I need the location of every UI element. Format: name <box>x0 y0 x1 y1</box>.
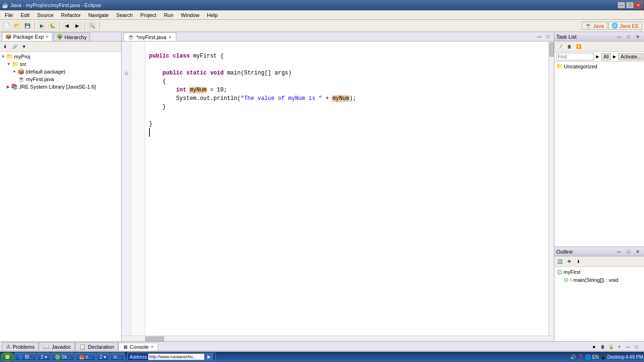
tray-speakers-icon[interactable]: 🔊 <box>570 354 576 360</box>
outline-maximize[interactable]: □ <box>624 247 633 256</box>
console-terminate-button[interactable]: ■ <box>590 343 598 351</box>
taskbar-item-2[interactable]: 2 ▾ <box>37 353 50 361</box>
task-new-button[interactable]: 📝 <box>555 42 564 51</box>
java-perspective-badge[interactable]: ☕ Java <box>582 22 607 30</box>
linenum-7 <box>131 94 143 103</box>
task-list-close[interactable]: ✕ <box>634 33 642 41</box>
menu-navigate[interactable]: Navigate <box>85 12 111 18</box>
task-list-maximize[interactable]: □ <box>624 33 633 41</box>
editor-area[interactable]: ⊟ <box>122 41 554 336</box>
editor-maximize-button[interactable]: □ <box>544 33 552 41</box>
scrollbar-h-thumb[interactable] <box>145 337 164 341</box>
editor-scrollbar-h[interactable] <box>122 336 554 341</box>
console-scroll-lock-button[interactable]: 🔒 <box>607 343 615 351</box>
console-icon: 🖥 <box>123 344 128 350</box>
editor-tab-myfirst[interactable]: ☕ *myFirst.java ✕ <box>124 33 176 41</box>
view-menu-button[interactable]: ▼ <box>20 42 28 51</box>
console-maximize-button[interactable]: □ <box>633 343 640 351</box>
gutter-collapse-main[interactable]: ⊟ <box>122 69 131 77</box>
tray-help-icon[interactable]: ❓ <box>577 354 584 360</box>
close-button[interactable]: ✕ <box>635 2 642 8</box>
editor-scrollbar-v[interactable] <box>548 41 554 336</box>
declaration-icon: 📋 <box>79 344 86 350</box>
tree-item-default-package[interactable]: ▼ 📦 (default package) <box>1 68 120 75</box>
search-button[interactable]: 🔍 <box>87 21 97 31</box>
tray-network-icon[interactable]: 🌐 <box>585 354 591 360</box>
open-button[interactable]: 📂 <box>12 21 22 31</box>
prev-edit-button[interactable]: ◀ <box>62 21 72 31</box>
outline-item-main[interactable]: ⊙ S main(String[]) : void <box>556 276 642 284</box>
task-delete-button[interactable]: 🗑 <box>565 42 573 51</box>
task-tree-uncategorized[interactable]: 📁 Uncategorized <box>556 63 642 70</box>
outline-minimize[interactable]: — <box>615 247 623 256</box>
tab-problems[interactable]: ⚠ Problems <box>2 342 39 351</box>
taskbar-item-in[interactable]: in... <box>110 353 124 361</box>
taskbar-item-sk[interactable]: 🟢 Sk... <box>51 353 74 361</box>
menu-window[interactable]: Window <box>178 12 202 18</box>
collapse-marker-main[interactable]: ⊟ <box>124 71 128 76</box>
gutter-line-1 <box>122 43 131 52</box>
tree-item-src[interactable]: ▼ 📁 src <box>1 60 120 68</box>
new-button[interactable]: 📄 <box>2 21 11 31</box>
scrollbar-thumb[interactable] <box>549 42 554 57</box>
code-line-10: } <box>149 120 545 128</box>
code-editor[interactable]: public class myFirst { public static voi… <box>145 41 548 336</box>
start-button[interactable]: ⊞ <box>1 353 14 361</box>
task-list-title: Task List <box>556 34 577 40</box>
project-tree[interactable]: ▼ 📁 myProj ▼ 📁 src ▼ 📦 (default package)… <box>0 52 121 341</box>
tree-item-myfirst-java[interactable]: ☕ myFirst.java <box>1 75 120 83</box>
menu-help[interactable]: Help <box>204 12 221 18</box>
taskbar-item-2b[interactable]: 2 ▾ <box>97 353 109 361</box>
run-button[interactable]: ▶ <box>37 21 47 31</box>
outline-item-myfirst[interactable]: ⊙ myFirst <box>556 268 642 276</box>
menu-refactor[interactable]: Refactor <box>58 12 84 18</box>
taskbar-item-e[interactable]: 🦊 e... <box>75 353 96 361</box>
collapse-all-button[interactable]: ⬇ <box>1 42 9 51</box>
outline-hide-fields-button[interactable]: 👁 <box>565 257 573 266</box>
tab-console[interactable]: 🖥 Console ✕ <box>118 343 158 351</box>
java-ee-perspective-badge[interactable]: 🌐 Java EE <box>608 22 642 30</box>
outline-close[interactable]: ✕ <box>634 247 642 256</box>
next-edit-button[interactable]: ▶ <box>73 21 82 31</box>
menu-source[interactable]: Source <box>34 12 57 18</box>
find-activate-button[interactable]: Activate... <box>618 53 644 60</box>
minimize-button[interactable]: — <box>618 2 625 8</box>
console-close[interactable]: ✕ <box>150 345 154 349</box>
gutter-line-2 <box>122 52 131 60</box>
menu-run[interactable]: Run <box>161 12 176 18</box>
console-new-button[interactable]: + <box>616 343 623 351</box>
tree-item-jre[interactable]: ▶ 📚 JRE System Library [JavaSE-1.6] <box>1 83 120 90</box>
task-filter-button[interactable]: 🔽 <box>574 42 583 51</box>
tab-declaration[interactable]: 📋 Declaration <box>75 342 118 351</box>
package-explorer-close[interactable]: ✕ <box>45 34 49 39</box>
menu-search[interactable]: Search <box>114 12 136 18</box>
console-clear-button[interactable]: 🗑 <box>599 343 606 351</box>
toolbar: 📄 📂 💾 ▶ 🐛 ◀ ▶ 🔍 ☕ Java 🌐 Java EE <box>0 20 644 32</box>
linenum-4 <box>131 69 143 77</box>
debug-button[interactable]: 🐛 <box>48 21 57 31</box>
tab-hierarchy[interactable]: 🌳 Hierarchy <box>53 33 90 41</box>
editor-tab-close[interactable]: ✕ <box>168 35 172 40</box>
maximize-button[interactable]: □ <box>626 2 634 8</box>
task-list-minimize[interactable]: — <box>615 33 623 41</box>
menu-project[interactable]: Project <box>137 12 159 18</box>
outline-collapse-button[interactable]: ⬇ <box>574 257 583 266</box>
menu-file[interactable]: File <box>2 12 16 18</box>
address-go-button[interactable]: ▶ <box>206 354 213 360</box>
tab-javadoc[interactable]: 📖 Javadoc <box>39 342 75 351</box>
console-minimize-button[interactable]: — <box>624 343 632 351</box>
taskbar-item-bl[interactable]: 🔵 Bl... <box>15 353 36 361</box>
find-all-button[interactable]: All <box>601 53 611 60</box>
link-editor-button[interactable]: 🔗 <box>10 42 19 51</box>
gutter-line-3 <box>122 60 131 69</box>
outline-sort-button[interactable]: 🔤 <box>555 257 564 266</box>
tray-apps-icon[interactable]: 📱 <box>600 354 606 360</box>
address-input[interactable] <box>148 354 205 360</box>
save-button[interactable]: 💾 <box>23 21 32 31</box>
menu-edit[interactable]: Edit <box>18 12 33 18</box>
tab-package-explorer[interactable]: 📦 Package Exp ✕ <box>2 32 52 41</box>
editor-minimize-button[interactable]: — <box>535 33 544 41</box>
tree-label-myfirst-java: myFirst.java <box>26 76 54 82</box>
tree-item-myproj[interactable]: ▼ 📁 myProj <box>1 53 120 60</box>
task-find-input[interactable] <box>556 53 594 60</box>
